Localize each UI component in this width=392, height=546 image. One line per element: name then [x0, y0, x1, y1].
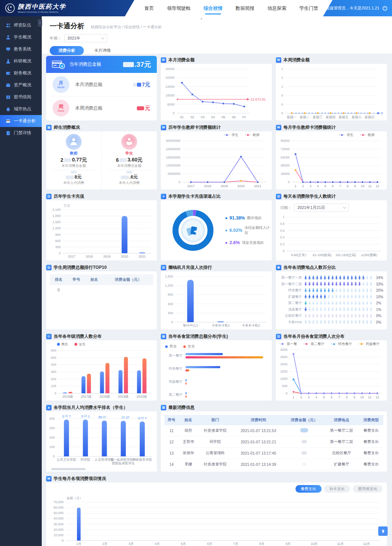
widget-recharge-channels: ◕本学期学生卡充值渠道占比 91.38%圈存领款6.02%冻结金额转入计划2.6… [161, 192, 272, 260]
tab-消费分析[interactable]: 消费分析 [50, 46, 84, 55]
svg-text:16000: 16000 [166, 94, 175, 97]
svg-text:37: 37 [126, 416, 130, 419]
expense-button-补卡支出[interactable]: 补卡支出 [324, 485, 350, 493]
sidebar-item-一卡通分析[interactable]: 一卡通分析 [0, 115, 42, 127]
nav-item-信息探索[interactable]: 信息探索 [268, 0, 286, 16]
pictograph-row: 清真餐厅1% [276, 307, 387, 313]
svg-text:¥: ¥ [61, 64, 63, 68]
widget-title: 各学院当月人均消费水平排名（学生） [54, 405, 128, 411]
svg-text:300: 300 [168, 311, 173, 315]
summary-total-label: 当年消费总金额 [69, 61, 123, 67]
svg-text:6: 6 [332, 184, 334, 188]
sidebar-item-城市热点[interactable]: 城市热点 [0, 103, 42, 115]
sidebar-item-资产概况[interactable]: 资产概况 [0, 79, 42, 91]
sidebar-item-学生概况[interactable]: 学生概况 [0, 31, 42, 43]
university-brand[interactable]: 陕西中医药大学 Shaanxi University of Chinese Me… [5, 0, 66, 16]
page-title: 一卡通分析 [50, 21, 84, 31]
svg-text:2: 2 [300, 395, 302, 399]
svg-text:学生: 学生 [232, 133, 238, 137]
person-icons [304, 294, 374, 299]
table-header: 部门 [198, 415, 233, 425]
sidebar-item-科研概况[interactable]: 科研概况 [0, 55, 42, 67]
widget-monthly-canteen: ▤当年各月份各食堂消费人次分布 050010001500200025003000… [276, 332, 387, 401]
tab-卡片详情[interactable]: 卡片详情 [85, 46, 119, 55]
svg-text:3000: 3000 [280, 348, 287, 352]
sidebar-item-师资队伍[interactable]: 师资队伍 [0, 19, 42, 31]
person-icons [304, 288, 374, 293]
svg-text:0: 0 [54, 391, 56, 395]
svg-text:卡务补卡机2: 卡务补卡机2 [242, 324, 260, 327]
sidebar-item-财务概况[interactable]: 财务概况 [0, 67, 42, 79]
recharge-channels-donut: 91.38%圈存领款6.02%冻结金额转入计划2.6%现金充值领款 [161, 200, 272, 260]
svg-text:2018: 2018 [86, 255, 93, 258]
svg-text:9月: 9月 [286, 542, 291, 546]
svg-text:4: 4 [317, 184, 319, 188]
nav-item-综合校情[interactable]: 综合校情 [204, 0, 222, 16]
svg-text:民族餐厅: 民族餐厅 [366, 342, 380, 346]
card-icon: ▤ [46, 194, 52, 199]
table-row: 13张旭华公寓管理科2021-01-07 13:17:45北校区餐厅餐费支出 [164, 448, 383, 459]
svg-text:36000: 36000 [281, 164, 290, 167]
calendar-m-icon: M [46, 476, 52, 481]
sidebar-item-label: 一卡通分析 [14, 118, 36, 124]
svg-text:男生: 男生 [61, 342, 68, 346]
svg-text:制卡中心1: 制卡中心1 [183, 324, 198, 327]
nav-item-首页[interactable]: 首页 [144, 0, 154, 16]
university-logo-icon [5, 3, 15, 13]
table-row: 0 [50, 285, 153, 295]
nav-item-数据简报[interactable]: 数据简报 [236, 0, 254, 16]
svg-text:3: 3 [62, 415, 64, 418]
svg-text:2017: 2017 [68, 255, 75, 258]
pictograph-row: 北校区餐厅0% [276, 313, 387, 319]
svg-text:6: 6 [331, 395, 332, 399]
svg-text:70,000: 70,000 [53, 500, 64, 504]
sidebar-item-教务系统[interactable]: 教务系统 [0, 43, 42, 55]
svg-text:1500: 1500 [280, 370, 287, 373]
sidebar-item-label: 学生概况 [14, 34, 31, 40]
card-icon: ▤ [46, 265, 52, 270]
teacher-total-label: 本年消费总金额 [62, 164, 86, 168]
sidebar-item-图书借阅[interactable]: 图书借阅 [0, 91, 42, 103]
svg-text:30000000: 30000000 [166, 139, 180, 143]
expense-button-图书馆支出[interactable]: 图书馆支出 [353, 485, 383, 493]
sidebar-collapse-button[interactable]: ‹ [38, 19, 42, 26]
date-select[interactable]: 2021年1月21日 [294, 204, 349, 212]
svg-text:8: 8 [346, 395, 348, 399]
list-icon: ▦ [161, 405, 166, 410]
month-icon: 月Month [53, 76, 69, 93]
table-row: 12王育伟药学院2021-01-07 13:21:21第一餐厅二层餐费支出 [164, 436, 383, 448]
nav-item-学生门禁[interactable]: 学生门禁 [299, 0, 318, 16]
svg-text:0: 0 [281, 111, 283, 115]
svg-text:0: 0 [171, 320, 173, 324]
table-header: 消费时间 [233, 415, 284, 425]
year-select[interactable]: 2021年 [64, 34, 107, 42]
monthly-expense-bar-chart: 010,00020,00030,00040,00050,00060,00070,… [46, 493, 387, 546]
svg-text:0-60(正常): 0-60(正常) [291, 253, 306, 257]
svg-text:特色餐厅: 特色餐厅 [338, 342, 352, 346]
svg-text:2020: 2020 [121, 255, 128, 258]
expense-button-餐费支出[interactable]: 餐费支出 [295, 485, 322, 493]
svg-text:星期四: 星期四 [326, 115, 336, 119]
arrow-up-icon [381, 529, 385, 534]
table-row: 11胡乔针灸推拿学院2021-01-07 13:21:53第一餐厅二层餐费支出 [164, 425, 383, 436]
nav-item-领导驾驶舱[interactable]: 领导驾驶舱 [167, 0, 191, 16]
horizontal-scrollbar[interactable] [51, 468, 86, 470]
widget-month-consumption: M本月消费金额 08000160002400032000400000102030… [161, 56, 272, 120]
logout-power-icon[interactable] [382, 5, 388, 11]
calendar-m-icon: M [276, 125, 281, 130]
svg-text:≥150(预警): ≥150(预警) [362, 253, 377, 257]
person-icons [304, 320, 374, 325]
svg-text:9: 9 [354, 184, 356, 188]
svg-text:0: 0 [288, 180, 290, 184]
svg-text:1: 1 [281, 76, 283, 79]
svg-text:7: 7 [69, 415, 71, 418]
sidebar-item-门禁详情[interactable]: 门禁详情 [0, 127, 42, 139]
person-icons [304, 307, 374, 312]
svg-text:2: 2 [302, 184, 304, 188]
sidebar-item-label: 教务系统 [14, 46, 31, 52]
svg-text:万元: 万元 [64, 204, 70, 208]
svg-text:1: 1 [88, 415, 90, 418]
redacted-amount [302, 451, 307, 455]
svg-text:600: 600 [168, 302, 173, 306]
back-to-top-button[interactable] [378, 526, 388, 536]
